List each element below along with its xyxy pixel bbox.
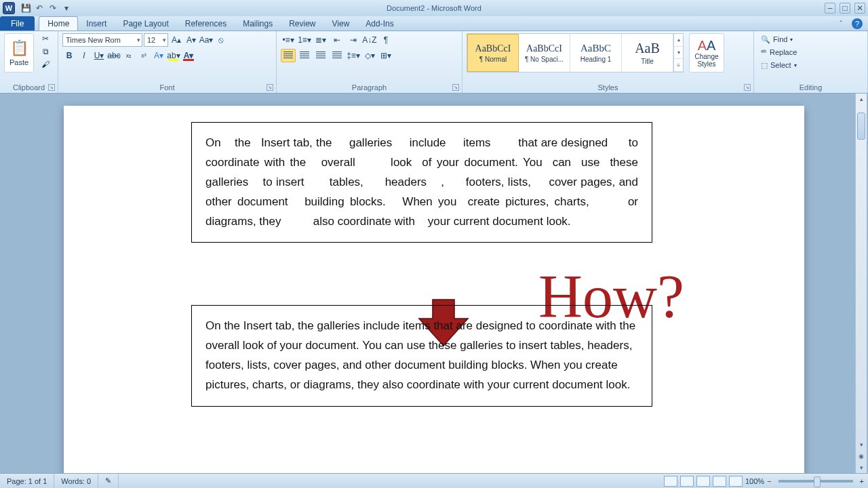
view-outline-icon[interactable]: [713, 476, 726, 487]
editing-group-label: Editing: [758, 81, 863, 93]
clear-formatting-icon[interactable]: ⦸: [214, 33, 228, 47]
tab-references[interactable]: References: [177, 16, 235, 30]
ribbon: 📋 Paste ✂ ⧉ 🖌 Clipboard ↘ Times New Rom …: [0, 31, 868, 94]
scroll-down-icon[interactable]: ▾: [856, 439, 867, 450]
help-icon[interactable]: ?: [852, 18, 863, 29]
italic-button[interactable]: I: [77, 49, 91, 62]
font-color-icon[interactable]: A▾: [182, 49, 195, 62]
close-button[interactable]: ✕: [854, 3, 865, 14]
document-workspace: On the Insert tab, the galleries include…: [0, 94, 868, 473]
tab-view[interactable]: View: [324, 16, 358, 30]
tab-addins[interactable]: Add-Ins: [357, 16, 401, 30]
tab-review[interactable]: Review: [281, 16, 323, 30]
style-title[interactable]: AaB Title: [622, 34, 673, 72]
scroll-up-icon[interactable]: ▴: [856, 94, 867, 104]
view-print-layout-icon[interactable]: [664, 476, 677, 487]
align-left-button[interactable]: [281, 49, 296, 62]
quick-access-toolbar: 💾 ↶ ↷ ▾: [20, 3, 72, 14]
group-editing: 🔍Find▾ ᵃᵇReplace ⬚Select▾ Editing: [754, 31, 868, 93]
paragraph-group-label: Paragraph: [281, 81, 458, 93]
find-button[interactable]: 🔍Find▾: [758, 33, 863, 45]
gallery-down-icon[interactable]: ▾: [674, 47, 683, 60]
tab-insert[interactable]: Insert: [78, 16, 115, 30]
styles-group-label: Styles: [467, 81, 749, 93]
justify-button[interactable]: [330, 49, 344, 62]
zoom-level[interactable]: 100%: [745, 477, 764, 485]
tab-file[interactable]: File: [0, 16, 35, 30]
align-center-button[interactable]: [297, 49, 312, 62]
paragraph-dialog-launcher[interactable]: ↘: [452, 84, 459, 91]
status-proofing-icon[interactable]: ✎: [98, 474, 119, 488]
show-hide-icon[interactable]: ¶: [378, 33, 393, 47]
tab-mailings[interactable]: Mailings: [235, 16, 281, 30]
status-bar: Page: 1 of 1 Words: 0 ✎ 100% − +: [0, 473, 868, 488]
font-dialog-launcher[interactable]: ↘: [267, 84, 273, 91]
collapse-ribbon-icon[interactable]: ˆ: [840, 18, 842, 29]
change-styles-button[interactable]: AA Change Styles: [689, 33, 724, 73]
status-page[interactable]: Page: 1 of 1: [0, 474, 54, 488]
document-page[interactable]: On the Insert tab, the galleries include…: [64, 106, 804, 473]
restore-button[interactable]: □: [840, 3, 850, 14]
undo-icon[interactable]: ↶: [34, 3, 45, 14]
style-caption: Title: [641, 58, 654, 65]
grow-font-icon[interactable]: A▴: [170, 33, 183, 47]
prev-page-icon[interactable]: ◉: [856, 451, 867, 462]
superscript-button[interactable]: x²: [137, 49, 151, 62]
group-clipboard: 📋 Paste ✂ ⧉ 🖌 Clipboard ↘: [0, 31, 58, 93]
bold-button[interactable]: B: [62, 49, 76, 62]
next-page-icon[interactable]: ▾: [856, 462, 867, 473]
change-case-icon[interactable]: Aa▾: [199, 33, 213, 47]
copy-icon[interactable]: ⧉: [39, 46, 52, 57]
gallery-more-icon[interactable]: ≡: [674, 59, 683, 72]
font-name-combo[interactable]: Times New Rom: [62, 33, 142, 47]
style-no-spacing[interactable]: AaBbCcI ¶ No Spaci...: [519, 34, 570, 72]
document-title: Document2 - Microsoft Word: [0, 4, 868, 12]
decrease-indent-icon[interactable]: ⇤: [330, 33, 344, 47]
zoom-in-button[interactable]: +: [860, 477, 864, 485]
clipboard-dialog-launcher[interactable]: ↘: [48, 84, 55, 91]
multilevel-list-icon[interactable]: ≣▾: [313, 33, 328, 47]
view-web-layout-icon[interactable]: [696, 476, 710, 487]
font-size-combo[interactable]: 12: [144, 33, 168, 47]
redo-icon[interactable]: ↷: [47, 3, 58, 14]
tab-page-layout[interactable]: Page Layout: [115, 16, 176, 30]
style-heading-1[interactable]: AaBbC Heading 1: [570, 34, 622, 72]
style-caption: ¶ No Spaci...: [525, 56, 564, 63]
style-normal[interactable]: AaBbCcI ¶ Normal: [467, 34, 519, 72]
format-painter-icon[interactable]: 🖌: [39, 59, 52, 70]
styles-gallery-scroller: ▴ ▾ ≡: [673, 34, 683, 72]
increase-indent-icon[interactable]: ⇥: [346, 33, 361, 47]
sort-icon[interactable]: A↓Z: [362, 33, 377, 47]
view-draft-icon[interactable]: [729, 476, 743, 487]
scroll-thumb[interactable]: [857, 113, 865, 140]
styles-dialog-launcher[interactable]: ↘: [744, 84, 751, 91]
word-app-icon: W: [3, 2, 15, 14]
bullets-icon[interactable]: •≡▾: [281, 33, 296, 47]
status-words[interactable]: Words: 0: [54, 474, 98, 488]
replace-button[interactable]: ᵃᵇReplace: [758, 46, 863, 58]
paste-button[interactable]: 📋 Paste: [4, 33, 34, 73]
numbering-icon[interactable]: 1≡▾: [297, 33, 312, 47]
change-styles-label: Change Styles: [690, 54, 724, 68]
cut-icon[interactable]: ✂: [39, 33, 52, 44]
line-spacing-icon[interactable]: ‡≡▾: [346, 49, 361, 62]
save-icon[interactable]: 💾: [20, 3, 31, 14]
qat-dropdown-icon[interactable]: ▾: [61, 3, 72, 14]
shading-icon[interactable]: ◇▾: [362, 49, 377, 62]
gallery-up-icon[interactable]: ▴: [674, 34, 683, 47]
strikethrough-button[interactable]: abc: [107, 49, 121, 62]
align-right-button[interactable]: [313, 49, 328, 62]
view-full-screen-icon[interactable]: [680, 476, 694, 487]
zoom-out-button[interactable]: −: [767, 477, 771, 485]
vertical-scrollbar[interactable]: ▴ ▾ ◉ ▾: [855, 94, 867, 473]
borders-icon[interactable]: ⊞▾: [378, 49, 393, 62]
underline-button[interactable]: U▾: [92, 49, 106, 62]
zoom-slider[interactable]: [778, 480, 853, 483]
select-button[interactable]: ⬚Select▾: [758, 59, 863, 71]
tab-home[interactable]: Home: [39, 16, 78, 30]
minimize-button[interactable]: –: [825, 3, 835, 14]
subscript-button[interactable]: x₂: [122, 49, 136, 62]
highlight-color-icon[interactable]: ab▾: [167, 49, 180, 62]
text-effects-icon[interactable]: A▾: [152, 49, 165, 62]
shrink-font-icon[interactable]: A▾: [184, 33, 198, 47]
